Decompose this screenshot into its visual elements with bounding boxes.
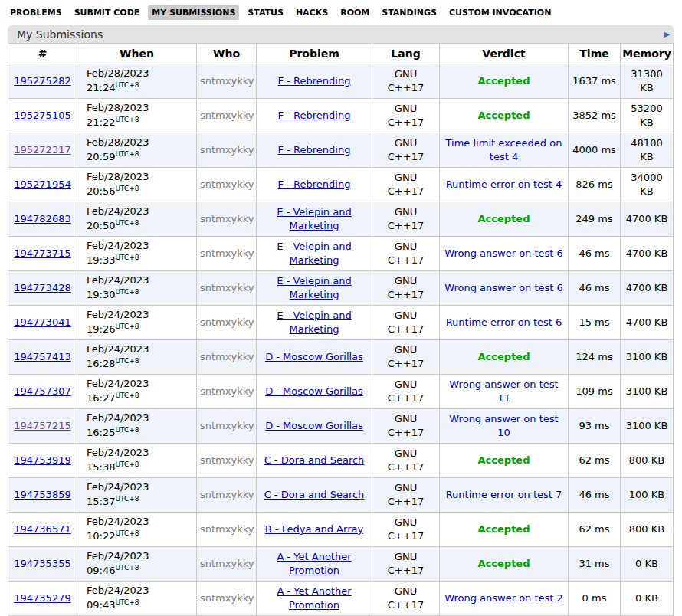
problem-link[interactable]: D - Moscow Gorillas: [265, 385, 363, 397]
problem-link[interactable]: D - Moscow Gorillas: [265, 351, 363, 362]
collapse-arrow-icon[interactable]: ▶: [664, 31, 670, 38]
when-date: Feb/24/2023: [87, 342, 193, 356]
verdict-cell: Accepted: [440, 547, 569, 582]
table-row: 194773715 Feb/24/2023 19:33UTC+8 sntmxyk…: [8, 237, 674, 271]
nav-item-custom-invocation[interactable]: CUSTOM INVOCATION: [445, 5, 555, 20]
timezone-label: UTC+8: [115, 116, 139, 123]
table-row: 194736571 Feb/24/2023 10:22UTC+8 sntmxyk…: [8, 513, 674, 547]
when-time: 10:22UTC+8: [87, 529, 193, 544]
time-cell: 826 ms: [569, 168, 621, 202]
verdict-cell: Wrong answer on test 6: [440, 271, 569, 306]
when-time: 16:27UTC+8: [87, 391, 193, 406]
who-cell: sntmxykky: [197, 99, 257, 133]
lang-cell: GNU C++17: [372, 306, 440, 340]
table-row: 195271954 Feb/28/2023 20:56UTC+8 sntmxyk…: [8, 168, 674, 202]
problem-link[interactable]: C - Dora and Search: [264, 454, 365, 466]
memory-cell: 53200 KB: [621, 99, 674, 133]
submission-id-link[interactable]: 194735355: [14, 558, 70, 569]
lang-label: GNU C++17: [388, 447, 425, 474]
submission-id-link[interactable]: 194757215: [14, 420, 70, 431]
timezone-label: UTC+8: [115, 529, 139, 537]
problem-link[interactable]: A - Yet Another Promotion: [277, 585, 351, 611]
submission-id-link[interactable]: 195271954: [14, 179, 70, 190]
verdict-text: Wrong answer on test 10: [449, 413, 558, 438]
who-cell: sntmxykky: [197, 202, 257, 237]
time-cell: 46 ms: [569, 478, 621, 513]
nav-item-my-submissions[interactable]: MY SUBMISSIONS: [148, 5, 239, 20]
memory-cell: 800 KB: [621, 513, 674, 547]
verdict-cell: Accepted: [440, 202, 569, 237]
page-title: My Submissions: [17, 28, 103, 41]
timezone-label: UTC+8: [115, 323, 139, 330]
memory-cell: 4700 KB: [621, 271, 674, 306]
when-cell: Feb/24/2023 19:30UTC+8: [77, 271, 197, 306]
nav-item-submit-code[interactable]: SUBMIT CODE: [70, 5, 144, 20]
submission-id-link[interactable]: 194753919: [14, 454, 70, 466]
id-cell: 194753859: [8, 478, 77, 513]
submission-id-link[interactable]: 194757413: [14, 351, 70, 362]
submission-id-link[interactable]: 194782683: [14, 213, 70, 224]
submission-id-link[interactable]: 195275282: [14, 75, 70, 87]
nav-item-problems[interactable]: PROBLEMS: [6, 5, 66, 20]
memory-cell: 100 KB: [621, 478, 674, 513]
problem-link[interactable]: E - Velepin and Marketing: [277, 275, 351, 300]
when-cell: Feb/24/2023 15:37UTC+8: [77, 478, 197, 513]
who-cell: sntmxykky: [197, 306, 257, 340]
verdict-cell: Accepted: [440, 340, 569, 375]
verdict-cell: Accepted: [440, 99, 569, 133]
problem-link[interactable]: B - Fedya and Array: [265, 523, 363, 535]
problem-link[interactable]: A - Yet Another Promotion: [277, 551, 351, 576]
verdict-text: Accepted: [478, 213, 530, 224]
who-cell: sntmxykky: [197, 478, 257, 513]
nav-item-hacks[interactable]: HACKS: [292, 5, 332, 20]
submission-id-link[interactable]: 194735279: [14, 592, 70, 604]
when-date: Feb/28/2023: [87, 67, 193, 80]
problem-cell: A - Yet Another Promotion: [257, 547, 372, 582]
submission-id-link[interactable]: 194773041: [14, 316, 70, 328]
submission-id-link[interactable]: 194757307: [14, 385, 70, 397]
id-cell: 194757215: [8, 409, 77, 444]
verdict-text: Wrong answer on test 6: [444, 282, 563, 293]
verdict-text: Time limit exceeded on test 4: [446, 137, 562, 162]
problem-cell: C - Dora and Search: [257, 444, 372, 478]
id-cell: 194782683: [8, 202, 77, 237]
submission-id-link[interactable]: 194753859: [14, 489, 70, 500]
problem-link[interactable]: E - Velepin and Marketing: [277, 241, 351, 266]
nav-item-room[interactable]: ROOM: [336, 5, 373, 20]
problem-link[interactable]: F - Rebrending: [278, 110, 351, 121]
nav-item-status[interactable]: STATUS: [244, 5, 287, 20]
memory-cell: 4700 KB: [621, 202, 674, 237]
submission-id-link[interactable]: 194773715: [14, 247, 70, 259]
problem-link[interactable]: F - Rebrending: [278, 179, 351, 190]
when-time: 15:37UTC+8: [87, 494, 193, 510]
who-label: sntmxykky: [200, 179, 254, 190]
when-cell: Feb/24/2023 09:46UTC+8: [77, 547, 197, 582]
who-label: sntmxykky: [200, 592, 254, 604]
when-date: Feb/24/2023: [87, 480, 193, 494]
problem-link[interactable]: D - Moscow Gorillas: [265, 420, 363, 431]
problem-link[interactable]: E - Velepin and Marketing: [277, 206, 351, 231]
memory-cell: 3100 KB: [621, 375, 674, 409]
id-cell: 194735355: [8, 547, 77, 582]
who-cell: sntmxykky: [197, 547, 257, 582]
memory-cell: 0 KB: [621, 547, 674, 582]
submission-id-link[interactable]: 195275105: [14, 110, 70, 121]
lang-label: GNU C++17: [388, 240, 425, 267]
submission-id-link[interactable]: 195272317: [14, 144, 70, 156]
verdict-text: Accepted: [478, 75, 530, 87]
lang-cell: GNU C++17: [372, 513, 440, 547]
who-cell: sntmxykky: [197, 133, 257, 168]
problem-cell: E - Velepin and Marketing: [257, 237, 372, 271]
problem-link[interactable]: C - Dora and Search: [264, 489, 365, 500]
nav-item-standings[interactable]: STANDINGS: [378, 5, 441, 20]
problem-link[interactable]: F - Rebrending: [278, 75, 351, 87]
when-cell: Feb/28/2023 20:59UTC+8: [77, 133, 197, 168]
submission-id-link[interactable]: 194736571: [14, 523, 70, 535]
submission-id-link[interactable]: 194773428: [14, 282, 70, 293]
memory-cell: 34000 KB: [621, 168, 674, 202]
my-submissions-panel: My Submissions ▶ #WhenWhoProblemLangVerd…: [8, 25, 674, 616]
problem-link[interactable]: F - Rebrending: [278, 144, 351, 156]
memory-cell: 4700 KB: [621, 306, 674, 340]
who-label: sntmxykky: [200, 282, 254, 293]
problem-link[interactable]: E - Velepin and Marketing: [277, 310, 351, 335]
